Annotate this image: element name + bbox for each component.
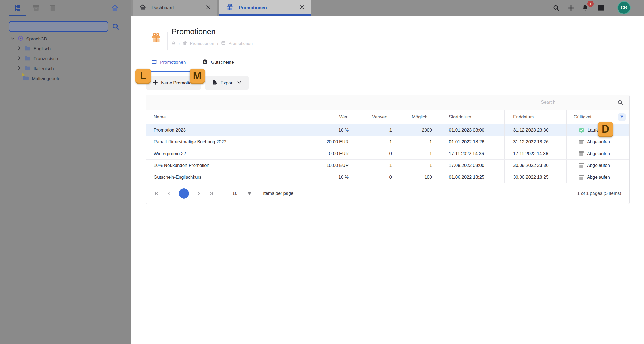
column-header-startdatum[interactable]: Startdatum (440, 110, 504, 124)
close-icon[interactable] (299, 5, 305, 11)
breadcrumb-item[interactable]: Promotionen (228, 41, 253, 46)
table-search-icon[interactable] (617, 99, 623, 107)
app-window: SprachCB Englisch Französisch Italienisc… (0, 0, 644, 344)
chevron-right-icon: › (178, 42, 180, 46)
apps-grid-icon[interactable] (597, 4, 605, 13)
notification-count-badge: 1 (587, 1, 594, 7)
tree-view-icon[interactable] (14, 4, 22, 12)
current-page-button[interactable]: 1 (179, 188, 189, 199)
search-icon[interactable] (552, 4, 560, 13)
chevron-right-icon[interactable] (17, 46, 21, 52)
export-icon (212, 80, 217, 87)
folder-icon (24, 55, 31, 62)
table-row[interactable]: Gutschein-Englischkurs 10 % 0 100 01.06.… (146, 171, 629, 183)
table-search (534, 97, 625, 108)
cell-wert: 20.00 EUR (314, 136, 357, 148)
sidebar-search (9, 21, 122, 32)
tree-node-franzoesisch[interactable]: Französisch (0, 54, 131, 64)
sidebar-header (0, 0, 131, 17)
cell-name: Winterpromo 22 (146, 148, 314, 159)
breadcrumb-home-icon[interactable] (171, 41, 176, 46)
add-icon[interactable] (567, 4, 575, 13)
tree-node-root[interactable]: SprachCB (0, 34, 131, 44)
column-header-wert[interactable]: Wert (314, 110, 357, 124)
cell-verwendungen: 1 (357, 136, 400, 148)
table-search-input[interactable] (534, 97, 621, 107)
tab-promotionen[interactable]: Promotionen (219, 0, 311, 16)
page-size-value[interactable]: 10 (232, 191, 237, 196)
chevron-right-icon[interactable] (17, 66, 21, 72)
folder-icon (24, 45, 31, 53)
export-button[interactable]: Export (205, 76, 249, 90)
chevron-right-icon[interactable] (17, 56, 21, 62)
status-expired-icon (578, 162, 584, 169)
breadcrumb: › Promotionen › Promotionen (171, 41, 253, 46)
cell-status: Abgelaufen (566, 171, 630, 183)
promotions-table: Name Wert Verwen… Möglich… Startdatum En… (146, 95, 630, 204)
cell-enddatum: 30.09.2022 23:30 (504, 160, 566, 171)
locked-folder-icon (22, 75, 29, 82)
tab-label: Dashboard (151, 5, 174, 10)
content-tab-gutscheine[interactable]: $ Gutscheine (202, 58, 234, 67)
cell-moeglich: 100 (400, 171, 440, 183)
page-size-dropdown-icon[interactable] (248, 192, 251, 195)
column-header-moegliche[interactable]: Möglich… (400, 110, 440, 124)
items-per-page-label: Items per page (263, 191, 293, 196)
status-label: Abgelaufen (587, 151, 610, 156)
chevron-down-icon[interactable] (10, 36, 15, 42)
cell-status: Abgelaufen (566, 148, 630, 159)
home-icon[interactable] (111, 4, 119, 12)
table-row[interactable]: Promotion 2023 10 % 1 2000 01.01.2023 08… (146, 124, 629, 136)
column-header-verwendungen[interactable]: Verwen… (357, 110, 400, 124)
sidebar-search-icon[interactable] (112, 23, 120, 32)
chevron-down-icon (237, 80, 242, 86)
svg-text:$: $ (204, 60, 206, 63)
first-page-icon[interactable] (154, 191, 160, 196)
table-row[interactable]: Winterpromo 22 0.00 EUR 0 1 17.11.2022 1… (146, 148, 629, 160)
column-header-gueltigkeit[interactable]: Gültigkeit (566, 110, 630, 124)
cell-wert: 10.00 EUR (314, 160, 357, 171)
plus-icon (153, 80, 158, 86)
status-label: Abgelaufen (587, 163, 610, 168)
avatar[interactable]: CB (617, 1, 631, 14)
cell-verwendungen: 1 (357, 160, 400, 171)
tree-node-label: Englisch (33, 46, 51, 52)
breadcrumb-item[interactable]: Promotionen (190, 41, 214, 46)
previous-page-icon[interactable] (166, 191, 172, 196)
org-tree: SprachCB Englisch Französisch Italienisc… (0, 34, 131, 84)
cell-startdatum: 01.01.2023 08:00 (440, 124, 504, 136)
column-header-label: Gültigkeit (574, 114, 593, 120)
cell-name: Gutschein-Englischkurs (146, 171, 314, 183)
sidebar-search-input[interactable] (9, 21, 108, 32)
radio-selected-icon[interactable] (18, 35, 24, 43)
content-tab-label: Promotionen (160, 60, 186, 65)
trash-icon[interactable] (49, 4, 57, 12)
cell-moeglich: 1 (400, 148, 440, 159)
column-header-name[interactable]: Name (146, 110, 314, 124)
cell-name: 10% Neukunden Promotion (146, 160, 314, 171)
pagination-summary: 1 of 1 pages (5 items) (577, 191, 621, 196)
table-row[interactable]: 10% Neukunden Promotion 10.00 EUR 1 1 17… (146, 160, 629, 171)
table-row[interactable]: Rabatt für erstmalige Buchung 2022 20.00… (146, 136, 629, 148)
next-page-icon[interactable] (196, 191, 201, 196)
cell-enddatum: 31.12.2023 23:30 (504, 124, 566, 136)
cell-status: Abgelaufen (566, 136, 630, 148)
tree-node-label: Multiangebote (32, 76, 60, 81)
close-icon[interactable] (206, 5, 211, 11)
column-header-enddatum[interactable]: Enddatum (504, 110, 566, 124)
page-title: Promotionen (172, 27, 215, 36)
folder-icon (24, 65, 31, 72)
sidebar: SprachCB Englisch Französisch Italienisc… (0, 0, 131, 344)
lock-icon (21, 73, 25, 76)
cell-startdatum: 01.06.2022 18:25 (440, 171, 504, 183)
filter-icon[interactable] (618, 113, 626, 121)
archive-icon[interactable] (32, 4, 40, 12)
last-page-icon[interactable] (208, 191, 214, 196)
tree-node-multiangebote[interactable]: Multiangebote (0, 74, 131, 84)
cell-verwendungen: 0 (357, 171, 400, 183)
tree-node-italienisch[interactable]: Italienisch (0, 64, 131, 74)
content-tab-promotionen[interactable]: Promotionen (151, 58, 186, 67)
tree-node-englisch[interactable]: Englisch (0, 44, 131, 54)
tab-dashboard[interactable]: Dashboard (133, 0, 217, 16)
content-tab-label: Gutscheine (211, 60, 234, 65)
